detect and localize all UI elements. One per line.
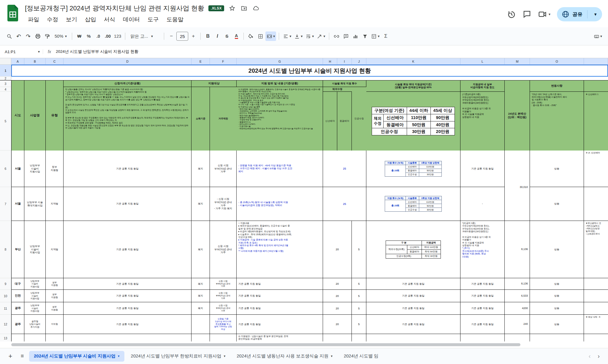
cell-ivf-count[interactable]: 20 bbox=[323, 302, 352, 315]
formula-input[interactable]: 2024년 시도별 난임부부 시술비 지원사업 현황 bbox=[56, 49, 138, 54]
borders-button[interactable] bbox=[256, 31, 265, 41]
star-icon[interactable] bbox=[228, 4, 236, 12]
menu-data[interactable]: 데이터 bbox=[120, 15, 143, 24]
cell-type[interactable]: 정부 지원형 bbox=[46, 278, 64, 290]
sheet-tab[interactable]: 2024년 시도별 임 bbox=[339, 351, 383, 362]
column-header[interactable]: J bbox=[352, 58, 366, 65]
sheet-tab-active[interactable]: 2024년 시도별 난임부부 시술비 지원사업 ▾ bbox=[29, 351, 124, 362]
format-percent-button[interactable]: % bbox=[84, 31, 93, 41]
menu-file[interactable]: 파일 bbox=[25, 15, 42, 24]
document-title[interactable]: [정보공개청구] 2024년 광역자치단체 난임 관련 지원사업 현황 bbox=[25, 4, 204, 13]
cell-ivf-count[interactable]: 20 bbox=[323, 221, 352, 278]
cell-qualification[interactable]: 기존 공통 지침 동일 bbox=[64, 302, 191, 315]
cell-qualification[interactable]: 기존 공통 지침 동일 bbox=[64, 315, 191, 334]
cell-amount[interactable]: 지원 횟수 (누적)시술종류1회당 지원 상한액 총 25회신선배아110만원 … bbox=[366, 187, 460, 221]
cell-income[interactable]: 폐지 bbox=[191, 187, 210, 221]
cell-type[interactable]: 정부 지원형 bbox=[46, 302, 64, 315]
cell-type[interactable]: 정부 지원형 bbox=[46, 151, 64, 187]
cell-change[interactable]: 상동 bbox=[530, 221, 584, 278]
row-header[interactable]: 3 bbox=[0, 80, 11, 87]
cell-residence[interactable]: - 신청 시점 부부(여성) 관내 거주 - 거주 기한 폐지 bbox=[210, 187, 237, 221]
font-family-select[interactable]: 맑은 고...▾ bbox=[128, 34, 161, 39]
cell-business-name[interactable]: 광주형 난임시술비 추가지원 bbox=[24, 315, 46, 334]
decrease-font-size-button[interactable]: − bbox=[167, 31, 176, 41]
cell-noncovered[interactable]: *(비급여 3종) ①유산방지제(20만원 한도), ②착상유도제(20만원 한… bbox=[460, 221, 505, 278]
header-change-body[interactable]: "23년 대비 '24년 소득기준 폐지, 체외수정(신선/동결) 시술칸막이 … bbox=[530, 92, 584, 151]
cell-business-name[interactable]: 난임부부 시술비 지원사업 bbox=[24, 278, 46, 290]
print-button[interactable] bbox=[33, 31, 42, 41]
cell-noncovered[interactable]: 기존 공통 지침 동일 bbox=[460, 278, 505, 290]
column-header[interactable]: L bbox=[460, 58, 505, 65]
cell-sido[interactable]: 인천 bbox=[11, 290, 24, 302]
all-sheets-button[interactable]: ≡ bbox=[17, 351, 27, 361]
cell-empty[interactable] bbox=[64, 334, 191, 341]
column-header[interactable]: G bbox=[237, 58, 323, 65]
table-views-button[interactable]: ▾ bbox=[370, 31, 381, 41]
zoom-select[interactable]: 50%▾ bbox=[52, 34, 69, 39]
merge-cells-button[interactable]: ▾ bbox=[265, 31, 276, 41]
input-tools-button[interactable]: ▾ bbox=[593, 31, 603, 41]
cell-note[interactable]: ※ 예상 삭제 : 5 bbox=[584, 315, 608, 334]
cell-empty[interactable] bbox=[530, 334, 584, 341]
row-header[interactable]: 7 bbox=[0, 187, 11, 221]
cell-budget[interactable]: 8,136 bbox=[505, 278, 530, 290]
cell-residence[interactable]: 신청 시점 부부(여성) 관내 거주 bbox=[210, 278, 237, 290]
cell-note[interactable] bbox=[584, 187, 608, 221]
text-color-button[interactable]: A bbox=[232, 31, 241, 41]
cell-empty[interactable] bbox=[191, 334, 210, 341]
cloud-status-icon[interactable] bbox=[252, 4, 260, 12]
more-formats-button[interactable]: 123 bbox=[113, 31, 122, 41]
column-header[interactable]: D bbox=[64, 58, 191, 65]
share-dropdown-icon[interactable]: ▼ bbox=[590, 12, 600, 17]
increase-font-size-button[interactable]: + bbox=[189, 31, 198, 41]
row-header[interactable]: 12 bbox=[0, 315, 11, 334]
header-noncovered[interactable]: 지원금액 내 일부 비급여항목 지원 한도 bbox=[460, 80, 504, 92]
create-filter-button[interactable] bbox=[360, 31, 369, 41]
cell-max-count[interactable]: 25 bbox=[323, 187, 366, 221]
cell-empty[interactable] bbox=[460, 334, 505, 341]
menu-format[interactable]: 서식 bbox=[101, 15, 118, 24]
cell-empty[interactable] bbox=[11, 334, 24, 341]
share-button[interactable]: 공유 ▼ bbox=[557, 7, 602, 21]
menu-help[interactable]: 도움말 bbox=[164, 15, 186, 24]
add-sheet-button[interactable]: + bbox=[5, 351, 15, 361]
header-noncovered-body[interactable]: (기준)(비급여 3종) ①유산방지제(20만원한도) ②착상유도제(20만원 … bbox=[460, 92, 504, 151]
header-residence[interactable]: 거주제한 bbox=[210, 87, 237, 151]
column-header[interactable]: A bbox=[11, 58, 24, 65]
cell-income[interactable]: 폐지 bbox=[191, 221, 210, 278]
move-folder-icon[interactable] bbox=[240, 4, 248, 12]
cell-sido[interactable]: 광주 bbox=[11, 315, 24, 334]
cell-business-name[interactable]: 난임부부 시술비 지원사업 bbox=[24, 151, 46, 187]
insert-link-button[interactable] bbox=[332, 31, 341, 41]
header-scope-body[interactable]: 1) 지원항목 : 체외수정(신선배아, 동결배아), 인공수정 시술비 중 일… bbox=[237, 87, 323, 151]
column-header[interactable]: O bbox=[530, 58, 584, 65]
cell-residence[interactable]: 신청 시점 부부(여성) 관내 거주 bbox=[210, 302, 237, 315]
row-header[interactable]: 6 bbox=[0, 151, 11, 187]
cell-iui-count[interactable]: 5 bbox=[352, 290, 366, 302]
cell-income[interactable]: 폐지 bbox=[191, 278, 210, 290]
cell-qualification[interactable]: 기존 공통 지침 동일 bbox=[64, 278, 191, 290]
cell-qualification[interactable]: 기존 공통 지침 동일 bbox=[64, 221, 191, 278]
column-header[interactable]: I bbox=[337, 58, 352, 65]
text-wrap-button[interactable]: ▾ bbox=[304, 31, 315, 41]
cell-empty[interactable] bbox=[366, 334, 460, 341]
insert-comment-button[interactable] bbox=[341, 31, 350, 41]
header-note-body[interactable]: ※ 신선배아 1 bbox=[584, 92, 608, 151]
cell-noncovered[interactable]: 기존 공통 지침 동일 bbox=[460, 151, 505, 187]
row-header[interactable]: 11 bbox=[0, 302, 11, 315]
cell-scope[interactable]: ◎ 지원범위 : 난임시술비 중 일부 본인부담금, 전액 본인부담금, 비급여… bbox=[237, 334, 323, 341]
cell-change[interactable]: 상동 bbox=[530, 290, 584, 302]
functions-button[interactable]: Σ bbox=[381, 31, 390, 41]
cell-change[interactable]: 상동 bbox=[530, 151, 584, 187]
header-ivf[interactable]: 체외수정 bbox=[323, 87, 352, 92]
cell-budget[interactable]: 30,010 bbox=[505, 151, 530, 187]
cell-sido[interactable]: 대구 bbox=[11, 278, 24, 290]
cell-scope[interactable]: 기존 공통 지침 동일 bbox=[237, 290, 323, 302]
cell-amount[interactable]: 구 분지원금액 체외수정(20회)신선배아최대 110만원 동결배아최대 50만… bbox=[366, 221, 460, 278]
cell-sido[interactable]: 부산 bbox=[11, 221, 24, 278]
header-qualification[interactable]: 신청자격 (기준/공통) bbox=[64, 80, 191, 87]
cell-noncovered[interactable]: 기존 공통 지침 동일 bbox=[460, 315, 505, 334]
header-frozen-embryo[interactable]: 동결배아 bbox=[337, 92, 352, 151]
cell-change[interactable]: 상동 bbox=[530, 187, 584, 221]
header-fresh-embryo[interactable]: 신선배아 bbox=[323, 92, 337, 151]
